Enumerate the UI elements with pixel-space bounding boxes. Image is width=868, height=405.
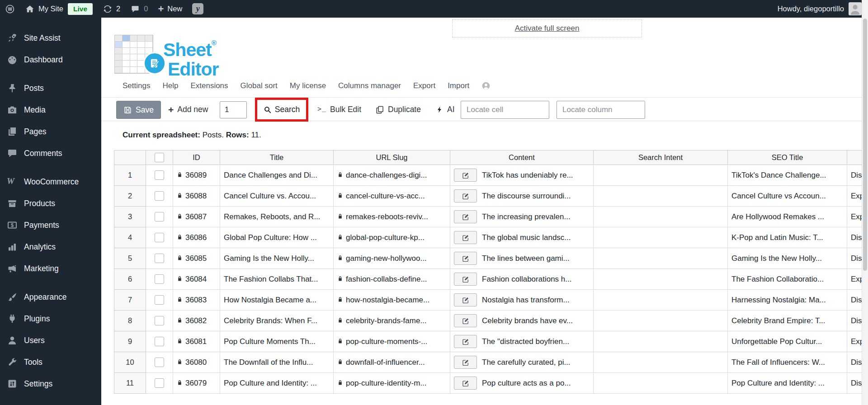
title-cell[interactable]: Gaming Is the New Holly... [220, 248, 334, 269]
ai-button[interactable]: AI [436, 98, 455, 122]
seo-title-cell[interactable]: The Fashion Collaboratio... [728, 269, 847, 290]
seo-title-cell[interactable]: TikTok's Dance Challenge... [728, 165, 847, 186]
sidebar-item-comments[interactable]: Comments [0, 142, 101, 164]
slug-cell[interactable]: pop-culture-identity-m... [334, 373, 450, 394]
my-site-link[interactable]: My Site Live [20, 0, 98, 18]
select-all-checkbox[interactable] [155, 153, 164, 162]
row-checkbox[interactable] [155, 170, 164, 180]
slug-cell[interactable]: global-pop-culture-kp... [334, 227, 450, 248]
col-header-id[interactable]: ID [173, 151, 220, 165]
row-checkbox[interactable] [155, 358, 164, 367]
id-cell[interactable]: 36083 [173, 290, 220, 311]
search-intent-cell[interactable] [594, 269, 728, 290]
content-cell[interactable]: The carefully curated, pi... [450, 352, 594, 373]
page-scrollbar[interactable] [862, 0, 868, 405]
content-cell[interactable]: TikTok has undeniably re... [450, 165, 594, 186]
seo-title-cell[interactable]: Pop Culture and Identity: ... [728, 373, 847, 394]
content-cell[interactable]: Fashion collaborations h... [450, 269, 594, 290]
edit-content-button[interactable] [454, 252, 477, 265]
menu-settings[interactable]: Settings [123, 81, 150, 90]
edit-content-button[interactable] [454, 293, 477, 306]
content-cell[interactable]: Pop culture acts as a po... [450, 373, 594, 394]
locate-cell-input[interactable] [461, 101, 549, 119]
sidebar-item-payments[interactable]: $ Payments [0, 214, 101, 236]
menu-my-license[interactable]: My license [290, 81, 326, 90]
edit-content-button[interactable] [454, 210, 477, 223]
id-cell[interactable]: 36089 [173, 165, 220, 186]
menu-columns-manager[interactable]: Columns manager [338, 81, 401, 90]
page-scrollbar-thumb[interactable] [863, 19, 867, 271]
duplicate-button[interactable]: Duplicate [375, 98, 421, 122]
menu-export[interactable]: Export [413, 81, 435, 90]
sidebar-item-appearance[interactable]: Appearance [0, 286, 101, 308]
id-cell[interactable]: 36085 [173, 248, 220, 269]
add-new-button[interactable]: + Add new [168, 98, 208, 122]
menu-extensions[interactable]: Extensions [190, 81, 228, 90]
updates-menu[interactable]: 2 [98, 0, 125, 18]
col-header-title[interactable]: Title [220, 151, 334, 165]
id-cell[interactable]: 36084 [173, 269, 220, 290]
id-cell[interactable]: 36081 [173, 331, 220, 352]
slug-cell[interactable]: cancel-culture-vs-acc... [334, 186, 450, 207]
id-cell[interactable]: 36079 [173, 373, 220, 394]
slug-cell[interactable]: dance-challenges-digi... [334, 165, 450, 186]
sidebar-item-woocommerce[interactable]: W WooCommerce [0, 171, 101, 193]
sidebar-item-site-assist[interactable]: Site Assist [0, 27, 101, 49]
sidebar-item-analytics[interactable]: Analytics [0, 236, 101, 258]
title-cell[interactable]: Pop Culture and Identity: ... [220, 373, 334, 394]
search-intent-cell[interactable] [594, 373, 728, 394]
slug-cell[interactable]: celebrity-brands-fame... [334, 311, 450, 331]
edit-content-button[interactable] [454, 335, 477, 348]
search-intent-cell[interactable] [594, 165, 728, 186]
sidebar-item-media[interactable]: Media [0, 99, 101, 121]
seo-title-cell[interactable]: K-Pop and Latin Music: T... [728, 227, 847, 248]
howdy-text[interactable]: Howdy, diegoportillo [778, 5, 844, 13]
search-intent-cell[interactable] [594, 207, 728, 227]
seo-title-cell[interactable]: Harnessing Nostalgia: Ma... [728, 290, 847, 311]
comments-menu[interactable]: 0 [125, 0, 153, 18]
edit-content-button[interactable] [454, 314, 477, 327]
title-cell[interactable]: Celebrity Brands: When F... [220, 311, 334, 331]
row-checkbox[interactable] [155, 274, 164, 284]
save-button[interactable]: Save [116, 101, 161, 119]
search-intent-cell[interactable] [594, 248, 728, 269]
seo-title-cell[interactable]: Are Hollywood Remakes ... [728, 207, 847, 227]
content-cell[interactable]: Nostalgia has transform... [450, 290, 594, 311]
edit-content-button[interactable] [454, 169, 477, 182]
id-cell[interactable]: 36088 [173, 186, 220, 207]
title-cell[interactable]: Global Pop Culture: How ... [220, 227, 334, 248]
content-cell[interactable]: The lines between gami... [450, 248, 594, 269]
search-intent-cell[interactable] [594, 186, 728, 207]
title-cell[interactable]: How Nostalgia Became a... [220, 290, 334, 311]
edit-content-button[interactable] [454, 356, 477, 369]
content-cell[interactable]: The increasing prevalen... [450, 207, 594, 227]
row-checkbox[interactable] [155, 191, 164, 201]
search-intent-cell[interactable] [594, 227, 728, 248]
content-cell[interactable]: The discourse surroundi... [450, 186, 594, 207]
slug-cell[interactable]: pop-culture-moments-... [334, 331, 450, 352]
wordpress-logo-menu[interactable]: W [0, 0, 20, 18]
slug-cell[interactable]: gaming-new-hollywoo... [334, 248, 450, 269]
activate-fullscreen-link[interactable]: Activate full screen [515, 24, 580, 33]
sidebar-item-dashboard[interactable]: Dashboard [0, 49, 101, 71]
search-button[interactable]: Search [264, 105, 300, 114]
seo-title-cell[interactable]: Cancel Culture vs Accoun... [728, 186, 847, 207]
id-cell[interactable]: 36087 [173, 207, 220, 227]
row-checkbox[interactable] [155, 378, 164, 388]
content-cell[interactable]: The global music landsc... [450, 227, 594, 248]
search-intent-cell[interactable] [594, 311, 728, 331]
seo-title-cell[interactable]: Celebrity Brand Empire: T... [728, 311, 847, 331]
title-cell[interactable]: The Downfall of the Influ... [220, 352, 334, 373]
edit-content-button[interactable] [454, 231, 477, 244]
menu-help[interactable]: Help [162, 81, 178, 90]
account-circle-icon[interactable] [481, 81, 491, 90]
seo-title-cell[interactable]: Unforgettable Pop Cultur... [728, 331, 847, 352]
search-intent-cell[interactable] [594, 331, 728, 352]
sidebar-item-settings[interactable]: Settings [0, 373, 101, 395]
col-header-content[interactable]: Content [450, 151, 594, 165]
slug-cell[interactable]: remakes-reboots-reviv... [334, 207, 450, 227]
sidebar-item-marketing[interactable]: Marketing [0, 258, 101, 279]
row-checkbox[interactable] [155, 316, 164, 325]
sidebar-item-pages[interactable]: Pages [0, 121, 101, 142]
edit-content-button[interactable] [454, 377, 477, 390]
